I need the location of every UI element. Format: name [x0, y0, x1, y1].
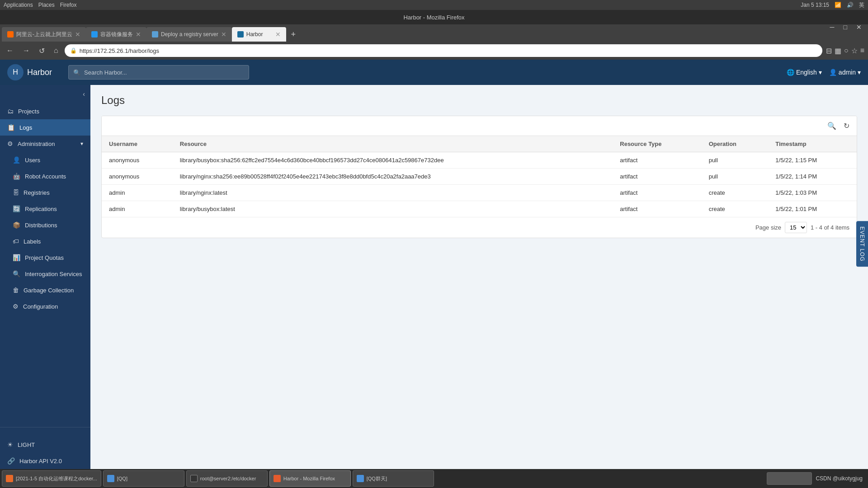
sidebar-item-registries[interactable]: 🗄 Registries	[0, 184, 90, 201]
replications-icon: 🔄	[13, 205, 20, 212]
search-button[interactable]: 🔍	[826, 120, 838, 132]
cell-operation-1: pull	[702, 169, 769, 185]
page-title: Logs	[101, 94, 857, 107]
tab-favicon-harbor	[237, 31, 244, 38]
sidebar-label-project-quotas: Project Quotas	[25, 254, 64, 261]
sidebar-item-users[interactable]: 👤 Users	[0, 152, 90, 168]
col-operation: Operation	[702, 136, 769, 152]
pocket-icon[interactable]: ○	[844, 47, 849, 55]
sidebar-item-labels[interactable]: 🏷 Labels	[0, 233, 90, 249]
taskbar-search-input[interactable]	[767, 472, 812, 485]
maximize-button[interactable]: □	[841, 23, 850, 31]
sidebar-item-logs[interactable]: 📋 Logs	[0, 119, 90, 136]
sidebar-collapse-button[interactable]: ‹	[81, 89, 87, 99]
tab-label-harbor: Harbor	[246, 31, 263, 38]
minimize-button[interactable]: ─	[827, 23, 837, 31]
harbor-logo-icon: H	[7, 64, 24, 80]
tab-close-aliyun[interactable]: ✕	[75, 31, 80, 38]
harbor-nav-right: 🌐 English ▾ 👤 admin ▾	[787, 69, 861, 76]
sidebar-label-robot-accounts: Robot Accounts	[25, 173, 66, 180]
taskbar-app-terminal[interactable]: root@server2:/etc/docker	[186, 470, 268, 487]
table-header-row: Username Resource Resource Type Operatio…	[102, 136, 857, 152]
taskbar-label-qq1: [QQ]	[117, 476, 127, 481]
taskbar-label-csdn: [2021-1-5 自动化运维课程之docker...	[16, 475, 97, 482]
cell-resource-type-2: artifact	[613, 185, 701, 201]
cell-resource-1: library/nginx:sha256:ee89b00528ff4f02f24…	[173, 169, 613, 185]
lock-icon: 🔒	[70, 47, 77, 54]
sidebar-item-light[interactable]: ☀ LIGHT	[0, 436, 90, 453]
harbor-search[interactable]: 🔍 Search Harbor...	[68, 65, 249, 80]
refresh-button[interactable]: ↻	[842, 120, 851, 132]
sidebar-collapse: ‹	[0, 85, 90, 103]
volume-icon: 🔊	[847, 2, 854, 8]
tab-close-docker[interactable]: ✕	[136, 31, 141, 38]
tab-docker[interactable]: 容器镜像服务 ✕	[86, 27, 146, 42]
taskbar-app-qq2[interactable]: [QQ群天]	[353, 470, 434, 487]
taskbar-app-qq1[interactable]: [QQ]	[103, 470, 184, 487]
taskbar: [2021-1-5 自动化运维课程之docker... [QQ] root@se…	[0, 469, 868, 488]
sidebar-item-project-quotas[interactable]: 📊 Project Quotas	[0, 249, 90, 266]
address-input-container[interactable]: 🔒 https://172.25.26.1/harbor/logs	[65, 44, 822, 57]
sidebar-item-configuration[interactable]: ⚙ Configuration	[0, 298, 90, 314]
firefox-menu[interactable]: Firefox	[60, 2, 77, 8]
tab-label-aliyun: 阿里云-上云就上阿里云	[16, 31, 72, 38]
sidebar-toggle-icon[interactable]: ▦	[835, 47, 841, 55]
sidebar-item-administration[interactable]: ⚙ Administration ▾	[0, 136, 90, 152]
tab-deploy[interactable]: Deploy a registry server ✕	[146, 27, 232, 42]
sidebar-item-garbage-collection[interactable]: 🗑 Garbage Collection	[0, 282, 90, 298]
bookmark-icon[interactable]: ☆	[851, 47, 858, 55]
sidebar-item-robot-accounts[interactable]: 🤖 Robot Accounts	[0, 168, 90, 184]
lang-chevron-icon: ▾	[819, 69, 822, 76]
back-button[interactable]: ←	[4, 45, 16, 56]
sidebar-item-replications[interactable]: 🔄 Replications	[0, 201, 90, 217]
tab-label-docker: 容器镜像服务	[100, 31, 133, 38]
places-menu[interactable]: Places	[38, 2, 55, 8]
sidebar-item-projects[interactable]: 🗂 Projects	[0, 103, 90, 119]
event-log-tab[interactable]: EVENT LOG	[856, 221, 868, 267]
sidebar-item-harbor-api[interactable]: 🔗 Harbor API V2.0	[0, 453, 90, 469]
bookmarks-icon[interactable]: ⊟	[826, 47, 832, 55]
tab-harbor[interactable]: Harbor ✕	[232, 27, 286, 42]
page-size-select[interactable]: 15	[785, 222, 807, 233]
sidebar-item-interrogation-services[interactable]: 🔍 Interrogation Services	[0, 266, 90, 282]
sidebar-label-users: Users	[25, 157, 40, 164]
tab-bar: 阿里云-上云就上阿里云 ✕ 容器镜像服务 ✕ Deploy a registry…	[0, 24, 868, 42]
address-url: https://172.25.26.1/harbor/logs	[80, 47, 159, 54]
taskbar-label-qq2: [QQ群天]	[367, 475, 387, 482]
menu-icon[interactable]: ≡	[860, 47, 864, 55]
tab-favicon-aliyun	[7, 31, 14, 38]
globe-icon: 🌐	[787, 69, 794, 76]
registries-icon: 🗄	[13, 189, 19, 196]
browser-chrome: Harbor - Mozilla Firefox ─ □ ✕ 阿里云-上云就上阿…	[0, 10, 868, 60]
tab-favicon-deploy	[152, 31, 158, 38]
system-time: Jan 5 13:15	[801, 2, 829, 8]
content-area: Logs 🔍 ↻ Username Resource Resource Type…	[90, 85, 868, 469]
language-label: English	[796, 69, 817, 76]
apps-menu[interactable]: Applications	[4, 2, 33, 8]
cell-username-2: admin	[102, 185, 173, 201]
language-button[interactable]: 🌐 English ▾	[787, 69, 822, 76]
tab-aliyun[interactable]: 阿里云-上云就上阿里云 ✕	[2, 27, 86, 42]
sidebar: ‹ 🗂 Projects 📋 Logs ⚙ Administration ▾ 👤…	[0, 85, 90, 469]
close-button[interactable]: ✕	[854, 23, 864, 31]
forward-button[interactable]: →	[20, 45, 33, 56]
interrogation-services-icon: 🔍	[13, 270, 20, 277]
reload-button[interactable]: ↺	[36, 45, 47, 57]
cell-resource-0: library/busybox:sha256:62ffc2ed7554e4c6d…	[173, 152, 613, 169]
table-toolbar: 🔍 ↻	[102, 116, 857, 136]
sidebar-item-distributions[interactable]: 📦 Distributions	[0, 217, 90, 233]
harbor-logo[interactable]: H Harbor	[7, 64, 52, 80]
tab-close-deploy[interactable]: ✕	[221, 31, 226, 38]
table-row: admin library/nginx:latest artifact crea…	[102, 185, 857, 201]
sidebar-label-distributions: Distributions	[25, 222, 57, 229]
home-button[interactable]: ⌂	[51, 45, 61, 56]
cell-resource-type-1: artifact	[613, 169, 701, 185]
search-icon: 🔍	[73, 69, 80, 76]
new-tab-button[interactable]: +	[286, 27, 301, 42]
user-menu-button[interactable]: 👤 admin ▾	[829, 69, 861, 76]
tab-close-harbor[interactable]: ✕	[275, 31, 281, 38]
main-layout: ‹ 🗂 Projects 📋 Logs ⚙ Administration ▾ 👤…	[0, 85, 868, 469]
taskbar-app-csdn[interactable]: [2021-1-5 自动化运维课程之docker...	[2, 470, 101, 487]
taskbar-app-harbor-ff[interactable]: Harbor - Mozilla Firefox	[269, 470, 351, 487]
taskbar-icon-csdn	[6, 475, 13, 482]
